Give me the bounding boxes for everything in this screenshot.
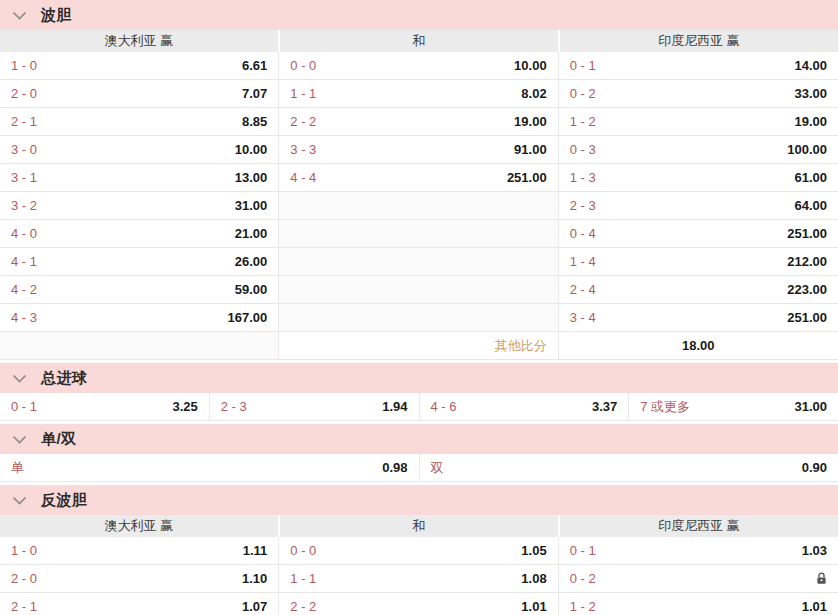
score-label: 2 - 1 (11, 114, 37, 129)
odds-value: 1.05 (521, 543, 546, 558)
odds-value: 212.00 (787, 254, 827, 269)
score-label: 1 - 2 (570, 114, 596, 129)
odds-cell-1-4[interactable]: 1 - 4212.00 (559, 248, 838, 276)
section-title-odd-even: 单/双 (41, 430, 77, 449)
odds-cell-2-2[interactable]: 2 - 21.01 (279, 593, 558, 615)
odds-value: 100.00 (787, 142, 827, 157)
odds-cell-2-3[interactable]: 2 - 31.94 (210, 393, 420, 421)
score-label: 7 或更多 (640, 398, 690, 416)
odds-cell-0-1[interactable]: 0 - 11.03 (559, 537, 838, 565)
chevron-down-icon[interactable] (12, 11, 27, 20)
odds-cell-0-0[interactable]: 0 - 01.05 (279, 537, 558, 565)
column-header-away-win: 印度尼西亚 赢 (560, 30, 838, 52)
odds-value: 21.00 (235, 226, 268, 241)
odds-cell-1-0[interactable]: 1 - 06.61 (0, 52, 279, 80)
odds-cell-other-score[interactable]: 18.00 (559, 332, 838, 360)
odds-value: 31.00 (794, 399, 827, 414)
score-label: 2 - 0 (11, 86, 37, 101)
lock-icon (816, 572, 827, 585)
odds-cell-4-4[interactable]: 4 - 4251.00 (279, 164, 558, 192)
score-label: 0 - 4 (570, 226, 596, 241)
odds-cell-双[interactable]: 双0.90 (420, 454, 838, 482)
odds-value: 251.00 (787, 226, 827, 241)
odds-cell-2-1[interactable]: 2 - 11.07 (0, 593, 279, 615)
odds-cell-3-1[interactable]: 3 - 113.00 (0, 164, 279, 192)
odds-cell-1-1[interactable]: 1 - 18.02 (279, 80, 558, 108)
odds-cell-单[interactable]: 单0.98 (0, 454, 420, 482)
section-correct-score: 波胆 澳大利亚 赢 和 印度尼西亚 赢 1 - 06.610 - 010.000… (0, 0, 838, 360)
score-label: 2 - 1 (11, 599, 37, 614)
empty-cell (279, 276, 558, 304)
section-title-total-goals: 总进球 (41, 369, 88, 388)
score-label: 1 - 1 (290, 571, 316, 586)
score-label: 1 - 0 (11, 543, 37, 558)
score-label: 4 - 3 (11, 310, 37, 325)
odds-cell-3-3[interactable]: 3 - 391.00 (279, 136, 558, 164)
score-label: 4 - 1 (11, 254, 37, 269)
odds-cell-4-6[interactable]: 4 - 63.37 (420, 393, 630, 421)
other-score-label-cell: 其他比分 (279, 332, 558, 360)
odds-cell-0-0[interactable]: 0 - 010.00 (279, 52, 558, 80)
odds-value: 10.00 (235, 142, 268, 157)
chevron-down-icon[interactable] (12, 435, 27, 444)
odds-cell-2-0[interactable]: 2 - 07.07 (0, 80, 279, 108)
correct-score-header[interactable]: 波胆 (0, 0, 838, 30)
odds-cell-4-1[interactable]: 4 - 126.00 (0, 248, 279, 276)
odds-cell-2-3[interactable]: 2 - 364.00 (559, 192, 838, 220)
odds-cell-1-3[interactable]: 1 - 361.00 (559, 164, 838, 192)
odds-cell-7或更多[interactable]: 7 或更多31.00 (629, 393, 838, 421)
score-label: 0 - 1 (570, 543, 596, 558)
odds-value: 1.94 (382, 399, 407, 414)
odds-cell-0-1[interactable]: 0 - 13.25 (0, 393, 210, 421)
odds-cell-3-4[interactable]: 3 - 4251.00 (559, 304, 838, 332)
odds-value: 91.00 (514, 142, 547, 157)
odds-value: 1.07 (242, 599, 267, 614)
other-score-label: 其他比分 (495, 337, 547, 355)
odds-value: 8.02 (521, 86, 546, 101)
odds-cell-0-2[interactable]: 0 - 233.00 (559, 80, 838, 108)
total-goals-header[interactable]: 总进球 (0, 363, 838, 393)
odd-even-header[interactable]: 单/双 (0, 424, 838, 454)
chevron-down-icon[interactable] (12, 496, 27, 505)
odds-cell-2-1[interactable]: 2 - 18.85 (0, 108, 279, 136)
score-label: 4 - 2 (11, 282, 37, 297)
column-header-home-win: 澳大利亚 赢 (0, 30, 278, 52)
section-reverse-correct-score: 反波胆 澳大利亚 赢 和 印度尼西亚 赢 1 - 01.110 - 01.050… (0, 485, 838, 615)
odds-value: 10.00 (514, 58, 547, 73)
odds-cell-4-2[interactable]: 4 - 259.00 (0, 276, 279, 304)
score-label: 2 - 4 (570, 282, 596, 297)
odds-value: 223.00 (787, 282, 827, 297)
chevron-down-icon[interactable] (12, 374, 27, 383)
odds-value: 6.61 (242, 58, 267, 73)
odds-cell-1-0[interactable]: 1 - 01.11 (0, 537, 279, 565)
odds-cell-4-3[interactable]: 4 - 3167.00 (0, 304, 279, 332)
odds-cell-2-0[interactable]: 2 - 01.10 (0, 565, 279, 593)
reverse-correct-score-grid: 1 - 01.110 - 01.050 - 11.032 - 01.101 - … (0, 537, 838, 615)
odds-cell-0-1[interactable]: 0 - 114.00 (559, 52, 838, 80)
score-label: 3 - 1 (11, 170, 37, 185)
odds-value: 31.00 (235, 198, 268, 213)
odds-cell-1-1[interactable]: 1 - 11.08 (279, 565, 558, 593)
score-label: 2 - 3 (570, 198, 596, 213)
odds-cell-1-2[interactable]: 1 - 219.00 (559, 108, 838, 136)
odds-cell-0-4[interactable]: 0 - 4251.00 (559, 220, 838, 248)
odds-value: 1.08 (521, 571, 546, 586)
score-label: 2 - 3 (221, 399, 247, 414)
score-label: 4 - 0 (11, 226, 37, 241)
score-label: 0 - 3 (570, 142, 596, 157)
odds-cell-3-0[interactable]: 3 - 010.00 (0, 136, 279, 164)
odds-value: 251.00 (507, 170, 547, 185)
reverse-correct-score-header[interactable]: 反波胆 (0, 485, 838, 515)
odds-cell-1-2[interactable]: 1 - 21.01 (559, 593, 838, 615)
odds-cell-4-0[interactable]: 4 - 021.00 (0, 220, 279, 248)
odds-value: 26.00 (235, 254, 268, 269)
section-total-goals: 总进球 0 - 13.252 - 31.944 - 63.377 或更多31.0… (0, 363, 838, 421)
correct-score-column-headers: 澳大利亚 赢 和 印度尼西亚 赢 (0, 30, 838, 52)
odds-cell-2-2[interactable]: 2 - 219.00 (279, 108, 558, 136)
empty-cell (279, 304, 558, 332)
odds-cell-0-3[interactable]: 0 - 3100.00 (559, 136, 838, 164)
odds-cell-3-2[interactable]: 3 - 231.00 (0, 192, 279, 220)
odds-cell-2-4[interactable]: 2 - 4223.00 (559, 276, 838, 304)
score-label: 3 - 2 (11, 198, 37, 213)
odds-value: 19.00 (514, 114, 547, 129)
